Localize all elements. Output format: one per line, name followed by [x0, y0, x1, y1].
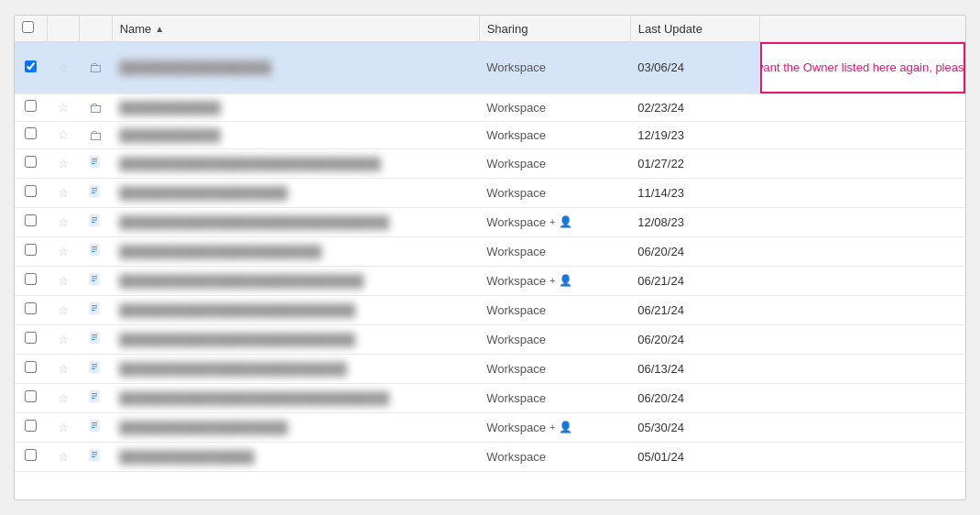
table-row: ☆████████████████████Workspace11/14/23: [15, 178, 965, 207]
sharing-label: Workspace: [486, 362, 546, 376]
row-checkbox-cell: [15, 266, 47, 295]
star-icon[interactable]: ☆: [58, 127, 70, 142]
note-icon: [88, 391, 103, 407]
row-name-cell[interactable]: ████████████████████████████: [112, 295, 479, 324]
svg-rect-34: [92, 395, 97, 396]
sharing-label: Workspace: [486, 101, 546, 115]
row-last-update-cell: 02/23/24: [630, 93, 760, 121]
header-name[interactable]: Name ▲: [112, 16, 479, 42]
star-icon[interactable]: ☆: [58, 60, 70, 75]
row-name-cell[interactable]: ████████████████: [112, 442, 479, 471]
note-icon: [88, 333, 103, 348]
header-icon: [80, 16, 112, 42]
row-name-blurred: ████████████: [119, 101, 221, 115]
note-icon: [88, 186, 103, 202]
row-name-blurred: ████████████████████████████████: [119, 215, 389, 229]
note-icon: [88, 215, 103, 231]
sharing-label: Workspace: [486, 186, 546, 200]
star-icon[interactable]: ☆: [58, 361, 70, 376]
row-checkbox[interactable]: [25, 420, 37, 432]
row-name-cell[interactable]: ████████████████████████: [112, 236, 479, 266]
row-name-blurred: ███████████████████████████████: [119, 157, 381, 170]
row-name-blurred: ████████████████████████████: [119, 333, 355, 346]
row-checkbox[interactable]: [25, 185, 37, 197]
row-checkbox[interactable]: [25, 127, 37, 139]
row-checkbox[interactable]: [25, 156, 37, 168]
row-star-cell: ☆: [47, 442, 79, 471]
row-checkbox[interactable]: [25, 273, 37, 285]
svg-rect-38: [92, 424, 97, 425]
row-checkbox[interactable]: [25, 332, 37, 344]
row-name-cell[interactable]: ███████████████████████████████: [112, 148, 479, 178]
row-name-cell[interactable]: ████████████████████████████: [112, 324, 479, 354]
row-checkbox-cell: [15, 121, 47, 148]
star-icon[interactable]: ☆: [58, 302, 70, 317]
svg-rect-41: [92, 452, 97, 453]
sort-arrow-icon: ▲: [155, 24, 164, 34]
row-name-cell[interactable]: ████████████: [112, 121, 479, 148]
star-icon[interactable]: ☆: [58, 332, 70, 346]
note-icon: [88, 245, 103, 260]
row-sharing-cell: Workspace: [479, 121, 630, 148]
row-icon-cell: [80, 383, 112, 412]
svg-rect-14: [92, 248, 97, 249]
star-icon[interactable]: ☆: [58, 273, 70, 288]
row-name-cell[interactable]: ██████████████████: [112, 42, 479, 94]
select-all-checkbox[interactable]: [22, 21, 34, 33]
header-star: [47, 16, 79, 42]
row-star-cell: ☆: [47, 354, 79, 383]
row-checkbox-cell: [15, 207, 47, 236]
star-icon[interactable]: ☆: [58, 214, 70, 229]
sharing-label: Workspace: [486, 421, 546, 434]
sharing-label: Workspace: [486, 60, 546, 74]
table-row: ☆█████████████████████████████Workspace+…: [15, 266, 965, 295]
row-name-cell[interactable]: ████████████: [112, 93, 479, 121]
row-icon-cell: [80, 236, 112, 266]
header-name-label: Name: [120, 22, 152, 36]
svg-rect-5: [92, 188, 97, 189]
row-name-cell[interactable]: ████████████████████: [112, 178, 479, 207]
row-checkbox[interactable]: [25, 361, 37, 373]
row-name-blurred: ████████████████████████████: [119, 303, 355, 317]
row-checkbox[interactable]: [25, 60, 37, 72]
row-checkbox[interactable]: [25, 244, 37, 256]
row-name-cell[interactable]: ████████████████████████████████: [112, 207, 479, 236]
star-icon[interactable]: ☆: [58, 449, 70, 464]
sharing-label: Workspace: [486, 157, 546, 170]
row-sharing-cell: Workspace+ 👤: [479, 207, 630, 236]
star-icon[interactable]: ☆: [58, 185, 70, 200]
sharing-label: Workspace: [486, 215, 546, 229]
row-checkbox[interactable]: [25, 100, 37, 112]
sharing-label: Workspace: [486, 128, 546, 142]
row-sharing-cell: Workspace: [479, 93, 630, 121]
row-icon-cell: [80, 178, 112, 207]
row-star-cell: ☆: [47, 148, 79, 178]
svg-rect-43: [92, 456, 95, 457]
star-icon[interactable]: ☆: [58, 390, 70, 405]
row-checkbox-cell: [15, 178, 47, 207]
row-icon-cell: [80, 324, 112, 354]
row-name-cell[interactable]: ████████████████████████████████: [112, 383, 479, 412]
svg-rect-13: [92, 247, 97, 247]
row-checkbox[interactable]: [25, 390, 37, 402]
row-name-cell[interactable]: ███████████████████████████: [112, 354, 479, 383]
row-name-cell[interactable]: █████████████████████████████: [112, 266, 479, 295]
row-last-update-cell: 05/01/24: [630, 442, 760, 471]
row-checkbox[interactable]: [25, 214, 37, 226]
row-checkbox[interactable]: [25, 302, 37, 314]
star-icon[interactable]: ☆: [58, 100, 70, 115]
star-icon[interactable]: ☆: [58, 156, 70, 170]
row-icon-cell: 🗀: [80, 42, 112, 94]
table-row: ☆████████████████████████Workspace06/20/…: [15, 236, 965, 266]
folder-icon: 🗀: [89, 60, 103, 75]
svg-rect-31: [92, 368, 95, 369]
row-name-cell[interactable]: ████████████████████: [112, 412, 479, 442]
star-icon[interactable]: ☆: [58, 420, 70, 434]
sharing-plus-label: +: [550, 216, 555, 227]
star-icon[interactable]: ☆: [58, 244, 70, 258]
table-row: ☆███████████████████████████████Workspac…: [15, 148, 965, 178]
table-row: ☆████████████████████████████Workspace06…: [15, 295, 965, 324]
svg-rect-1: [92, 159, 97, 159]
row-checkbox[interactable]: [25, 449, 37, 461]
row-last-update-cell: 06/21/24: [630, 295, 760, 324]
